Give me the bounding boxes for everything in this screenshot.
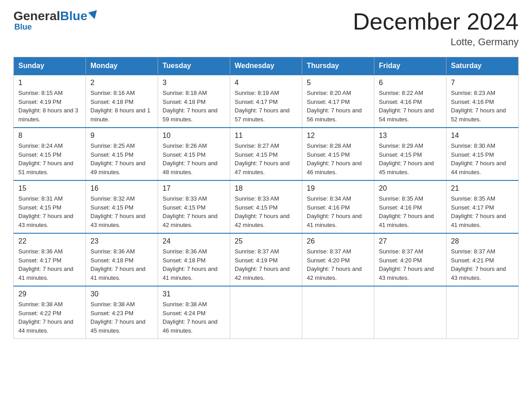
calendar-cell: 11 Sunrise: 8:27 AM Sunset: 4:15 PM Dayl… xyxy=(230,128,302,180)
day-info: Sunrise: 8:16 AM Sunset: 4:18 PM Dayligh… xyxy=(90,89,153,124)
day-number: 21 xyxy=(451,184,514,193)
col-wednesday: Wednesday xyxy=(230,57,302,75)
calendar-cell: 5 Sunrise: 8:20 AM Sunset: 4:17 PM Dayli… xyxy=(302,75,374,128)
day-number: 26 xyxy=(307,237,369,245)
col-saturday: Saturday xyxy=(446,57,519,75)
day-number: 14 xyxy=(451,132,514,140)
day-info: Sunrise: 8:35 AM Sunset: 4:16 PM Dayligh… xyxy=(379,194,442,229)
day-number: 8 xyxy=(18,132,81,140)
day-number: 13 xyxy=(379,132,442,140)
week-row-3: 15 Sunrise: 8:31 AM Sunset: 4:15 PM Dayl… xyxy=(14,180,519,233)
calendar-cell: 16 Sunrise: 8:32 AM Sunset: 4:15 PM Dayl… xyxy=(86,180,158,233)
day-info: Sunrise: 8:20 AM Sunset: 4:17 PM Dayligh… xyxy=(307,89,369,124)
calendar-cell: 14 Sunrise: 8:30 AM Sunset: 4:15 PM Dayl… xyxy=(446,128,519,180)
calendar-table: Sunday Monday Tuesday Wednesday Thursday… xyxy=(13,57,519,339)
calendar-cell: 25 Sunrise: 8:37 AM Sunset: 4:19 PM Dayl… xyxy=(230,233,302,286)
day-info: Sunrise: 8:18 AM Sunset: 4:18 PM Dayligh… xyxy=(163,89,225,124)
day-info: Sunrise: 8:27 AM Sunset: 4:15 PM Dayligh… xyxy=(235,141,297,176)
calendar-cell: 19 Sunrise: 8:34 AM Sunset: 4:16 PM Dayl… xyxy=(302,180,374,233)
col-tuesday: Tuesday xyxy=(158,57,230,75)
week-row-5: 29 Sunrise: 8:38 AM Sunset: 4:22 PM Dayl… xyxy=(14,286,519,339)
calendar-cell: 6 Sunrise: 8:22 AM Sunset: 4:16 PM Dayli… xyxy=(374,75,446,128)
day-info: Sunrise: 8:24 AM Sunset: 4:15 PM Dayligh… xyxy=(18,141,81,176)
day-number: 31 xyxy=(163,290,225,298)
day-info: Sunrise: 8:28 AM Sunset: 4:15 PM Dayligh… xyxy=(307,141,369,176)
day-number: 3 xyxy=(163,79,225,87)
calendar-cell: 18 Sunrise: 8:33 AM Sunset: 4:15 PM Dayl… xyxy=(230,180,302,233)
calendar-cell xyxy=(302,286,374,339)
day-number: 25 xyxy=(235,237,297,245)
calendar-cell: 17 Sunrise: 8:33 AM Sunset: 4:15 PM Dayl… xyxy=(158,180,230,233)
day-number: 1 xyxy=(18,79,81,87)
day-number: 11 xyxy=(235,132,297,140)
day-number: 30 xyxy=(90,290,153,298)
day-info: Sunrise: 8:36 AM Sunset: 4:18 PM Dayligh… xyxy=(90,247,153,282)
calendar-cell: 1 Sunrise: 8:15 AM Sunset: 4:19 PM Dayli… xyxy=(14,75,86,128)
day-number: 20 xyxy=(379,184,442,193)
day-number: 24 xyxy=(163,237,225,245)
day-info: Sunrise: 8:26 AM Sunset: 4:15 PM Dayligh… xyxy=(163,141,225,176)
day-info: Sunrise: 8:37 AM Sunset: 4:20 PM Dayligh… xyxy=(307,247,369,282)
day-number: 6 xyxy=(379,79,442,87)
day-info: Sunrise: 8:38 AM Sunset: 4:24 PM Dayligh… xyxy=(163,300,225,335)
col-friday: Friday xyxy=(374,57,446,75)
calendar-cell: 24 Sunrise: 8:36 AM Sunset: 4:18 PM Dayl… xyxy=(158,233,230,286)
day-number: 2 xyxy=(90,79,153,87)
day-info: Sunrise: 8:34 AM Sunset: 4:16 PM Dayligh… xyxy=(307,194,369,229)
day-number: 18 xyxy=(235,184,297,193)
calendar-cell: 26 Sunrise: 8:37 AM Sunset: 4:20 PM Dayl… xyxy=(302,233,374,286)
day-info: Sunrise: 8:25 AM Sunset: 4:15 PM Dayligh… xyxy=(90,141,153,176)
day-number: 4 xyxy=(235,79,297,87)
day-info: Sunrise: 8:37 AM Sunset: 4:20 PM Dayligh… xyxy=(379,247,442,282)
day-number: 19 xyxy=(307,184,369,193)
day-number: 15 xyxy=(18,184,81,193)
day-number: 7 xyxy=(451,79,514,87)
logo: General Blue Blue xyxy=(13,9,98,32)
calendar-cell: 28 Sunrise: 8:37 AM Sunset: 4:21 PM Dayl… xyxy=(446,233,519,286)
calendar-cell: 7 Sunrise: 8:23 AM Sunset: 4:16 PM Dayli… xyxy=(446,75,519,128)
day-number: 5 xyxy=(307,79,369,87)
week-row-2: 8 Sunrise: 8:24 AM Sunset: 4:15 PM Dayli… xyxy=(14,128,519,180)
day-number: 16 xyxy=(90,184,153,193)
day-number: 9 xyxy=(90,132,153,140)
day-info: Sunrise: 8:35 AM Sunset: 4:17 PM Dayligh… xyxy=(451,194,514,229)
calendar-cell: 23 Sunrise: 8:36 AM Sunset: 4:18 PM Dayl… xyxy=(86,233,158,286)
calendar-cell: 10 Sunrise: 8:26 AM Sunset: 4:15 PM Dayl… xyxy=(158,128,230,180)
day-info: Sunrise: 8:30 AM Sunset: 4:15 PM Dayligh… xyxy=(451,141,514,176)
calendar-cell: 31 Sunrise: 8:38 AM Sunset: 4:24 PM Dayl… xyxy=(158,286,230,339)
day-info: Sunrise: 8:36 AM Sunset: 4:18 PM Dayligh… xyxy=(163,247,225,282)
logo-subtitle: Blue xyxy=(14,22,32,32)
calendar-cell xyxy=(446,286,519,339)
calendar-cell: 22 Sunrise: 8:36 AM Sunset: 4:17 PM Dayl… xyxy=(14,233,86,286)
month-title: December 2024 xyxy=(353,9,519,34)
col-monday: Monday xyxy=(86,57,158,75)
day-info: Sunrise: 8:33 AM Sunset: 4:15 PM Dayligh… xyxy=(235,194,297,229)
calendar-cell xyxy=(230,286,302,339)
page-header: General Blue Blue December 2024 Lotte, G… xyxy=(13,9,519,48)
day-number: 22 xyxy=(18,237,81,245)
calendar-cell: 9 Sunrise: 8:25 AM Sunset: 4:15 PM Dayli… xyxy=(86,128,158,180)
day-number: 17 xyxy=(163,184,225,193)
day-number: 27 xyxy=(379,237,442,245)
day-info: Sunrise: 8:37 AM Sunset: 4:19 PM Dayligh… xyxy=(235,247,297,282)
week-row-4: 22 Sunrise: 8:36 AM Sunset: 4:17 PM Dayl… xyxy=(14,233,519,286)
day-info: Sunrise: 8:32 AM Sunset: 4:15 PM Dayligh… xyxy=(90,194,153,229)
calendar-cell: 27 Sunrise: 8:37 AM Sunset: 4:20 PM Dayl… xyxy=(374,233,446,286)
week-row-1: 1 Sunrise: 8:15 AM Sunset: 4:19 PM Dayli… xyxy=(14,75,519,128)
calendar-header-row: Sunday Monday Tuesday Wednesday Thursday… xyxy=(14,57,519,75)
calendar-cell: 30 Sunrise: 8:38 AM Sunset: 4:23 PM Dayl… xyxy=(86,286,158,339)
day-number: 28 xyxy=(451,237,514,245)
day-info: Sunrise: 8:38 AM Sunset: 4:22 PM Dayligh… xyxy=(18,300,81,335)
day-info: Sunrise: 8:15 AM Sunset: 4:19 PM Dayligh… xyxy=(18,89,81,124)
calendar-cell: 4 Sunrise: 8:19 AM Sunset: 4:17 PM Dayli… xyxy=(230,75,302,128)
day-info: Sunrise: 8:36 AM Sunset: 4:17 PM Dayligh… xyxy=(18,247,81,282)
day-info: Sunrise: 8:22 AM Sunset: 4:16 PM Dayligh… xyxy=(379,89,442,124)
day-info: Sunrise: 8:31 AM Sunset: 4:15 PM Dayligh… xyxy=(18,194,81,229)
day-info: Sunrise: 8:37 AM Sunset: 4:21 PM Dayligh… xyxy=(451,247,514,282)
calendar-cell: 8 Sunrise: 8:24 AM Sunset: 4:15 PM Dayli… xyxy=(14,128,86,180)
logo-blue-text: Blue xyxy=(60,9,87,23)
day-info: Sunrise: 8:19 AM Sunset: 4:17 PM Dayligh… xyxy=(235,89,297,124)
day-info: Sunrise: 8:29 AM Sunset: 4:15 PM Dayligh… xyxy=(379,141,442,176)
calendar-title-area: December 2024 Lotte, Germany xyxy=(353,9,519,48)
day-number: 12 xyxy=(307,132,369,140)
